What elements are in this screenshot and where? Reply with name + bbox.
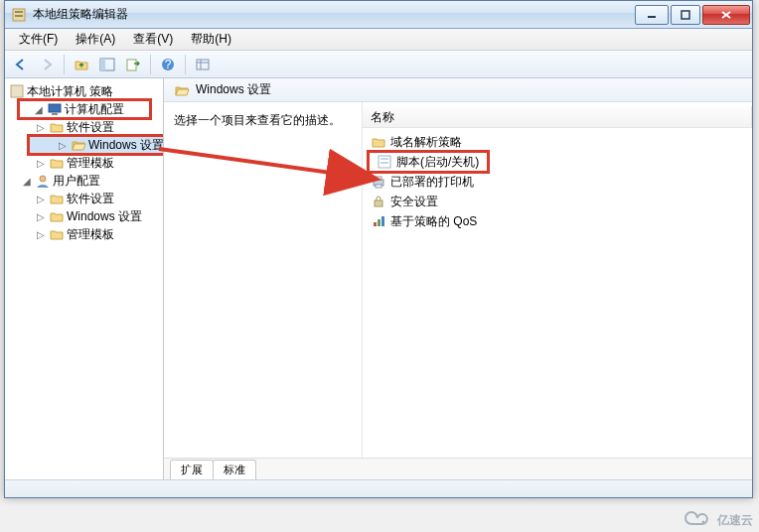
menu-action[interactable]: 操作(A) [68,29,123,50]
description-text: 选择一个项目来查看它的描述。 [174,113,341,127]
collapse-icon[interactable]: ◢ [21,176,33,187]
details-header: Windows 设置 [164,78,752,102]
app-icon [11,7,27,23]
svg-rect-20 [380,158,388,160]
svg-rect-2 [15,15,23,17]
details-header-title: Windows 设置 [196,81,271,98]
list-item-printers[interactable]: 已部署的打印机 [363,172,752,192]
list-item-label: 脚本(启动/关机) [396,154,479,171]
tree-label: Windows 设置 [67,208,142,225]
lock-icon [371,194,386,209]
window-frame: 本地组策略编辑器 文件(F) 操作(A) 查看(V) 帮助(H) ? 本地计算机… [4,0,753,498]
user-icon [35,173,51,189]
details-body: 选择一个项目来查看它的描述。 名称 域名解析策略 脚本(启动/关机) [164,102,752,458]
list-header[interactable]: 名称 [363,106,752,128]
watermark: 亿速云 [683,510,753,530]
svg-rect-17 [52,113,58,115]
minimize-button[interactable] [635,5,669,25]
folder-open-icon [174,82,190,98]
window-title: 本地组策略编辑器 [33,6,635,23]
expand-icon[interactable]: ▷ [35,211,47,222]
menu-help[interactable]: 帮助(H) [183,29,239,50]
details-pane: Windows 设置 选择一个项目来查看它的描述。 名称 域名解析策略 [164,78,752,479]
computer-icon [47,101,63,117]
svg-rect-24 [376,185,381,188]
expand-icon[interactable]: ▷ [35,194,47,204]
folder-icon [49,155,65,171]
tree-label: 用户配置 [53,173,100,190]
svg-rect-9 [127,60,136,70]
tree-computer-config[interactable]: ◢ 计算机配置 [19,100,150,118]
tree-label: 计算机配置 [65,101,124,118]
svg-rect-25 [375,200,382,206]
folder-icon [49,191,65,206]
svg-text:?: ? [165,58,172,71]
help-button[interactable]: ? [156,54,180,75]
folder-icon [371,134,386,150]
toolbar-separator [64,55,65,74]
expand-icon[interactable]: ▷ [57,140,69,151]
description-panel: 选择一个项目来查看它的描述。 [164,102,363,458]
svg-rect-23 [376,177,381,180]
svg-rect-27 [378,219,380,226]
tree-label: 软件设置 [67,191,114,207]
chart-icon [371,213,386,229]
list-item-scripts[interactable]: 脚本(启动/关机) [369,152,488,172]
printer-icon [371,174,386,190]
tree-windows-settings-user[interactable]: ▷ Windows 设置 [7,207,161,225]
tree-admin-templates[interactable]: ▷ 管理模板 [7,154,161,172]
client-area: 本地计算机 策略 ◢ 计算机配置 ▷ 软件设置 ▷ Windows 设置 ▷ 管 [5,78,752,479]
window-controls [635,5,750,25]
close-button[interactable] [702,5,750,25]
tree-label: 管理模板 [67,155,114,172]
expand-icon[interactable]: ▷ [35,158,47,169]
collapse-icon[interactable]: ◢ [33,104,45,115]
folder-open-icon [71,137,86,153]
svg-rect-16 [49,104,61,112]
tab-standard[interactable]: 标准 [213,460,256,479]
title-bar[interactable]: 本地组策略编辑器 [5,1,752,29]
toolbar-separator [185,55,186,74]
svg-rect-26 [374,222,377,226]
svg-rect-12 [197,60,209,69]
export-button[interactable] [121,54,145,75]
tree-user-config[interactable]: ◢ 用户配置 [7,172,161,190]
list-item-qos[interactable]: 基于策略的 QoS [363,211,752,231]
expand-icon[interactable]: ▷ [35,122,47,133]
menu-view[interactable]: 查看(V) [125,29,181,50]
filter-button[interactable] [191,54,215,75]
tree-software-settings-user[interactable]: ▷ 软件设置 [7,190,161,207]
back-button[interactable] [9,54,33,75]
tree-windows-settings[interactable]: ▷ Windows 设置 [29,136,164,154]
folder-icon [49,226,65,242]
tree-admin-templates-user[interactable]: ▷ 管理模板 [7,225,161,243]
folder-icon [49,208,65,224]
watermark-text: 亿速云 [717,512,753,529]
tree-root[interactable]: 本地计算机 策略 [7,82,161,100]
tree-pane[interactable]: 本地计算机 策略 ◢ 计算机配置 ▷ 软件设置 ▷ Windows 设置 ▷ 管 [5,78,164,479]
up-button[interactable] [70,54,93,75]
forward-button[interactable] [35,54,59,75]
svg-point-30 [702,521,705,524]
maximize-button[interactable] [671,5,700,25]
menu-bar: 文件(F) 操作(A) 查看(V) 帮助(H) [5,29,752,51]
item-list[interactable]: 名称 域名解析策略 脚本(启动/关机) 已部署的打印 [363,102,752,458]
show-hide-tree-button[interactable] [95,54,119,75]
list-rows: 域名解析策略 脚本(启动/关机) 已部署的打印机 安全设置 [363,128,752,231]
list-item-dns-policy[interactable]: 域名解析策略 [363,132,752,152]
tree-software-settings[interactable]: ▷ 软件设置 [7,118,161,136]
list-item-label: 域名解析策略 [390,134,462,151]
expand-icon[interactable]: ▷ [35,229,47,240]
folder-icon [49,119,65,135]
tree-label: 软件设置 [67,119,114,136]
svg-point-18 [40,176,46,182]
list-item-security[interactable]: 安全设置 [363,192,752,211]
tree-label: Windows 设置 [88,137,164,154]
list-item-label: 安全设置 [390,194,438,210]
column-name[interactable]: 名称 [363,106,752,127]
svg-rect-1 [15,11,23,13]
tree-label: 管理模板 [67,226,114,243]
menu-file[interactable]: 文件(F) [11,29,66,50]
tab-extended[interactable]: 扩展 [170,460,214,479]
toolbar: ? [5,51,752,78]
